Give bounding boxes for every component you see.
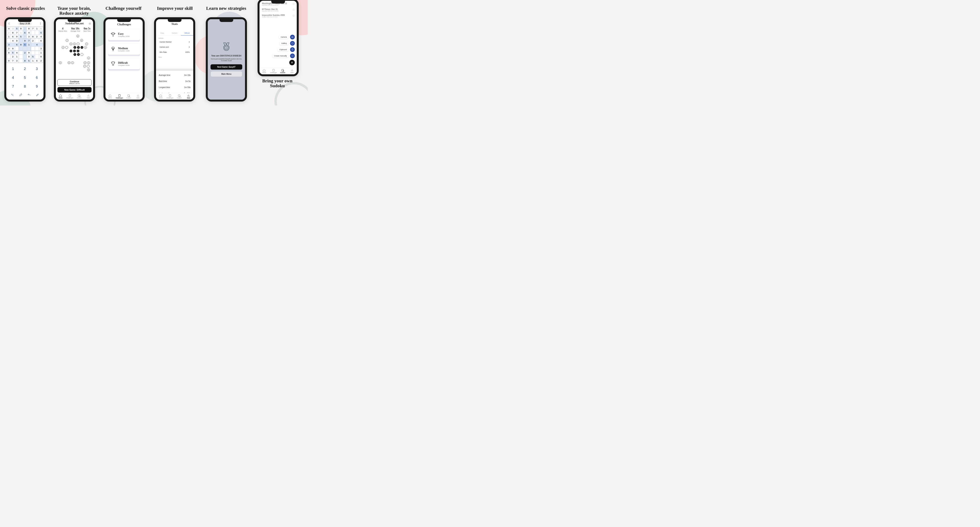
- tab-stats[interactable]: Stats: [84, 94, 93, 99]
- tab-home[interactable]: Home: [105, 94, 115, 99]
- continue-button[interactable]: Continue Difficult ⓘ 0m 9s: [57, 79, 92, 86]
- grid-cell[interactable]: [19, 55, 23, 59]
- fab-close[interactable]: ✕: [289, 60, 295, 65]
- new-game-button[interactable]: New Game: Difficult: [57, 87, 92, 92]
- next-game-button[interactable]: Next Game: Easy#7: [210, 64, 242, 70]
- grid-cell[interactable]: 1: [35, 27, 39, 30]
- grid-cell[interactable]: 4: [15, 51, 19, 55]
- grid-cell[interactable]: 6: [23, 30, 27, 35]
- grid-cell[interactable]: 9: [23, 39, 27, 43]
- grid-cell[interactable]: [27, 47, 31, 51]
- numpad-7[interactable]: 7: [11, 84, 15, 89]
- custom-item[interactable]: Impossible Sudoku #999created 2021-01-14…: [259, 13, 297, 19]
- grid-cell[interactable]: 3: [11, 27, 15, 30]
- tab-home[interactable]: Home: [259, 69, 269, 73]
- main-menu-button[interactable]: Main Menu: [210, 71, 242, 77]
- grid-cell[interactable]: [23, 47, 27, 51]
- custom-item[interactable]: NYTimes: Dec 31imported 2021-01-14 23:23: [259, 7, 297, 13]
- grid-cell[interactable]: 8: [39, 55, 43, 59]
- fab-gallery[interactable]: [290, 41, 295, 46]
- challenge-card-easy[interactable]: EasyComplete: 5/100: [108, 29, 140, 40]
- dot-cell[interactable]: 3: [77, 53, 80, 56]
- grid-cell[interactable]: 5: [39, 30, 43, 35]
- grid-cell[interactable]: 3: [27, 35, 31, 39]
- dot-cell[interactable]: 9: [73, 53, 76, 56]
- dot-cell[interactable]: 2: [62, 46, 65, 49]
- grid-cell[interactable]: 8: [31, 35, 35, 39]
- hint-icon[interactable]: [11, 93, 14, 97]
- dot-cell[interactable]: 8: [80, 39, 83, 42]
- custom-item[interactable]: Washington T daily: Jan 12imported 2021-…: [259, 1, 297, 7]
- grid-cell[interactable]: 4: [27, 30, 31, 35]
- dot-cell[interactable]: 7: [85, 43, 88, 45]
- tab-challenges[interactable]: Challenges: [115, 94, 124, 99]
- back-icon[interactable]: [8, 22, 11, 25]
- dot-cell[interactable]: 1: [73, 49, 76, 53]
- grid-cell[interactable]: 2: [39, 59, 43, 63]
- dot-cell[interactable]: 2: [76, 49, 80, 53]
- grid-cell[interactable]: 5: [23, 43, 27, 47]
- grid-cell[interactable]: [19, 51, 23, 55]
- sudoku-grid[interactable]: 4359287162871645169573824489726368514293…: [7, 27, 43, 63]
- grid-cell[interactable]: 5: [31, 55, 35, 59]
- grid-cell[interactable]: 8: [27, 27, 31, 30]
- dot-cell[interactable]: 4: [81, 46, 83, 49]
- grid-cell[interactable]: 2: [23, 27, 27, 30]
- grid-cell[interactable]: 1: [7, 35, 11, 39]
- undo-icon[interactable]: [27, 93, 30, 97]
- numpad-3[interactable]: 3: [35, 67, 39, 71]
- challenge-card-difficult[interactable]: DifficultComplete: 0/100: [108, 58, 140, 69]
- grid-cell[interactable]: 7: [27, 39, 31, 43]
- grid-cell[interactable]: 1: [31, 59, 35, 63]
- grid-cell[interactable]: 4: [7, 27, 11, 30]
- fab-clipboard[interactable]: [290, 47, 295, 52]
- dot-cell[interactable]: 5: [68, 61, 70, 64]
- dot-cell[interactable]: 8: [73, 46, 76, 49]
- grid-cell[interactable]: 8: [11, 30, 15, 35]
- dot-cell[interactable]: [65, 46, 68, 49]
- diff-tab-difficult[interactable]: Difficult: [181, 31, 193, 35]
- delete-icon[interactable]: [293, 3, 295, 5]
- grid-cell[interactable]: [31, 47, 35, 51]
- tab-custom[interactable]: Custom: [175, 94, 184, 99]
- dot-cell[interactable]: 2: [84, 61, 86, 64]
- grid-cell[interactable]: 6: [11, 35, 15, 39]
- tab-custom[interactable]: Custom: [124, 94, 134, 99]
- dot-cell[interactable]: 5: [70, 49, 72, 53]
- grid-cell[interactable]: 6: [35, 59, 39, 63]
- grid-cell[interactable]: 8: [15, 39, 19, 43]
- dot-board[interactable]: 878597283455129348512375: [58, 35, 91, 72]
- grid-cell[interactable]: 9: [27, 51, 31, 55]
- grid-cell[interactable]: 9: [27, 55, 31, 59]
- grid-cell[interactable]: 9: [11, 47, 15, 51]
- grid-cell[interactable]: [35, 39, 39, 43]
- grid-cell[interactable]: [19, 59, 23, 63]
- dot-cell[interactable]: 4: [87, 57, 90, 59]
- dot-cell[interactable]: 9: [73, 43, 76, 45]
- numpad-1[interactable]: 1: [11, 67, 15, 71]
- tab-stats[interactable]: Stats: [288, 69, 297, 73]
- grid-cell[interactable]: 8: [19, 43, 23, 47]
- numpad-9[interactable]: 9: [35, 84, 39, 89]
- grid-cell[interactable]: [35, 30, 39, 35]
- grid-cell[interactable]: 4: [35, 43, 39, 47]
- tab-home[interactable]: Home: [156, 94, 165, 99]
- tab-stats[interactable]: Stats: [134, 94, 143, 99]
- grid-cell[interactable]: [19, 47, 23, 51]
- tab-home[interactable]: Home: [56, 94, 65, 99]
- grid-cell[interactable]: [31, 30, 35, 35]
- grid-cell[interactable]: 1: [39, 51, 43, 55]
- grid-cell[interactable]: 7: [31, 27, 35, 30]
- grid-cell[interactable]: 1: [27, 43, 31, 47]
- gear-icon[interactable]: [89, 22, 91, 25]
- grid-cell[interactable]: [15, 47, 19, 51]
- dot-cell[interactable]: 5: [84, 46, 87, 49]
- more-icon[interactable]: [39, 22, 42, 25]
- delete-icon[interactable]: [293, 14, 295, 17]
- grid-cell[interactable]: 7: [23, 35, 27, 39]
- grid-cell[interactable]: [35, 51, 39, 55]
- grid-cell[interactable]: [35, 47, 39, 51]
- grid-cell[interactable]: 9: [15, 35, 19, 39]
- grid-cell[interactable]: 8: [23, 59, 27, 63]
- grid-cell[interactable]: 6: [15, 43, 19, 47]
